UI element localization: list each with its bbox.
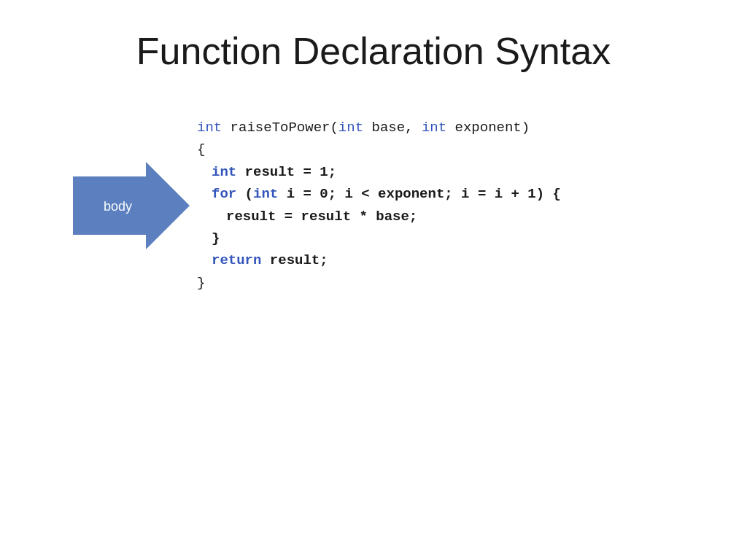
keyword-int-4: int xyxy=(212,164,236,180)
code-line-6: } xyxy=(212,228,561,249)
keyword-int-1: int xyxy=(197,120,222,136)
svg-text:body: body xyxy=(104,199,132,214)
exponent-bold: exponent xyxy=(378,186,444,202)
code-line-8: } xyxy=(197,272,561,294)
code-block: int raiseToPower(int base, int exponent)… xyxy=(197,117,561,294)
slide-title: Function Declaration Syntax xyxy=(44,29,703,73)
code-line-1: int raiseToPower(int base, int exponent) xyxy=(197,117,561,139)
arrow-icon: body xyxy=(73,162,190,249)
keyword-for: for xyxy=(212,186,236,202)
keyword-int-2: int xyxy=(338,120,363,136)
content-area: body int raiseToPower(int base, int expo… xyxy=(73,117,703,294)
code-line-5: result = result * base; xyxy=(226,206,561,228)
code-line-3: int result = 1; xyxy=(212,161,561,183)
code-line-2: { xyxy=(197,139,561,160)
keyword-int-5: int xyxy=(253,186,278,202)
body-arrow: body xyxy=(73,162,190,249)
code-line-7: return result; xyxy=(212,249,561,271)
slide: Function Declaration Syntax body int rai… xyxy=(0,0,747,560)
keyword-return: return xyxy=(212,252,261,268)
keyword-int-3: int xyxy=(422,120,446,136)
code-line-4: for (int i = 0; i < exponent; i = i + 1)… xyxy=(212,183,561,205)
